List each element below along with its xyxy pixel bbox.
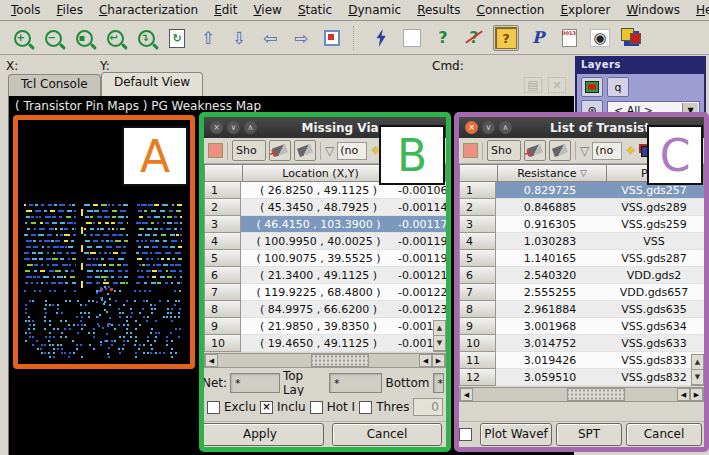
pan-up-icon[interactable]: ⇧ xyxy=(196,26,220,50)
scrollbar-thumb[interactable] xyxy=(567,388,625,401)
menu-results[interactable]: Results xyxy=(410,1,467,19)
scroll-left-icon[interactable]: ◀ xyxy=(460,388,473,401)
menu-explorer[interactable]: Explorer xyxy=(553,1,617,19)
table-row[interactable]: 93.001968VSS.gds634 xyxy=(459,318,704,335)
scroll-down-icon[interactable]: ▼ xyxy=(434,336,445,351)
filter-dropdown[interactable]: (no xyxy=(337,142,367,160)
stop-icon[interactable] xyxy=(208,143,223,158)
shade-icon[interactable]: ∨ xyxy=(482,121,495,134)
table-row[interactable]: 72.555255VDD.gds657 xyxy=(459,284,704,301)
resistance-column-header[interactable]: Resistance ▽ xyxy=(498,164,607,182)
table-row[interactable]: 5( 100.9075 , 39.5525 )-0.00119 xyxy=(204,250,446,267)
scroll-right-icon[interactable]: ▶ xyxy=(690,388,703,401)
active-query-icon[interactable]: ? xyxy=(493,25,519,51)
expand-icon[interactable]: ∧ xyxy=(499,121,512,134)
scroll-up-icon[interactable]: ▲ xyxy=(434,321,445,336)
menu-characterization[interactable]: Characterization xyxy=(92,1,205,19)
scroll-right-icon[interactable]: ▶ xyxy=(432,354,445,367)
menu-files[interactable]: Files xyxy=(50,1,90,19)
zoom-select-icon[interactable]: ↴ xyxy=(134,26,158,50)
pan-down-icon[interactable]: ⇩ xyxy=(227,26,251,50)
filter-funnel-icon[interactable]: ▽ xyxy=(580,144,589,158)
menu-windows[interactable]: Windows xyxy=(619,1,687,19)
table-row[interactable]: 41.030283VSS xyxy=(459,233,704,250)
apply-button[interactable]: Apply xyxy=(199,423,324,446)
show-button[interactable]: Sho xyxy=(487,140,521,161)
tab-default-view[interactable]: Default View xyxy=(101,72,203,96)
layer-query-icon[interactable]: q xyxy=(607,77,629,97)
sort-descending-icon[interactable]: ▽ xyxy=(580,168,587,178)
net-field[interactable]: * xyxy=(230,373,280,393)
table-row[interactable]: 2( 45.3450 , 48.7925 )-0.00114 xyxy=(204,199,446,216)
zoom-in-icon[interactable]: + xyxy=(10,26,34,50)
scroll-left-icon[interactable]: ◀ xyxy=(205,354,218,367)
layer-palette-icon[interactable] xyxy=(619,26,643,50)
scroll-left2-icon[interactable]: ◀ xyxy=(677,388,690,401)
pan-left-icon[interactable]: ⇦ xyxy=(258,26,282,50)
zoom-previous-icon[interactable]: ↩ xyxy=(103,26,127,50)
table-row[interactable]: 7( 119.9225 , 68.4800 )-0.00122 xyxy=(204,284,446,301)
menu-tools[interactable]: Tools xyxy=(4,1,48,19)
table-row[interactable]: 113.019426VSS.gds833 xyxy=(459,352,704,369)
include-checkbox[interactable]: × xyxy=(260,401,273,414)
highlight-clear-icon[interactable] xyxy=(294,140,316,161)
expand-icon[interactable]: ∧ xyxy=(244,121,257,134)
shade-icon[interactable]: ∨ xyxy=(227,121,240,134)
location-column-header[interactable]: Location (X,Y) xyxy=(243,164,399,182)
clear-query-icon[interactable]: ? xyxy=(462,26,486,50)
horizontal-scrollbar[interactable]: ◀ ◀ ▶ xyxy=(459,387,704,402)
query-help-icon[interactable]: ? xyxy=(431,26,455,50)
table-row[interactable]: 62.540320VDD.gds2 xyxy=(459,267,704,284)
table-row[interactable]: 51.140165VSS.gds287 xyxy=(459,250,704,267)
table-row[interactable]: 20.846885VSS.gds289 xyxy=(459,199,704,216)
horizontal-scrollbar[interactable]: ◀ ◀ ▶ xyxy=(204,353,446,368)
menu-edit[interactable]: Edit xyxy=(207,1,244,19)
redraw-view-icon[interactable]: ↻ xyxy=(165,26,189,50)
menu-connection[interactable]: Connection xyxy=(470,1,552,19)
filter-funnel-icon[interactable]: ▽ xyxy=(325,144,334,158)
magic-wand-icon[interactable]: ✦ xyxy=(625,143,636,158)
exclude-checkbox[interactable] xyxy=(207,401,220,414)
voltage-checkbox[interactable] xyxy=(459,428,472,441)
close-icon[interactable]: × xyxy=(210,121,223,134)
threshold-checkbox[interactable] xyxy=(359,401,372,414)
vertical-scrollbar[interactable]: ▲ ▼ xyxy=(691,354,704,386)
vertical-scrollbar[interactable]: ▲ ▼ xyxy=(433,320,446,352)
menu-dynamic[interactable]: Dynamic xyxy=(341,1,408,19)
scroll-up-icon[interactable]: ▲ xyxy=(692,355,703,370)
zoom-fit-icon[interactable]: ▪ xyxy=(72,26,96,50)
script-editor-icon[interactable]: P xyxy=(526,26,550,50)
spt-button[interactable]: SPT xyxy=(556,423,622,446)
console-list-icon[interactable]: ▤ xyxy=(524,77,542,93)
menu-static[interactable]: Static xyxy=(291,1,339,19)
bottom-layer-field[interactable]: * xyxy=(433,373,445,393)
snapshot-camera-icon[interactable]: ◉ xyxy=(588,26,612,50)
zoom-out-icon[interactable]: − xyxy=(41,26,65,50)
table-row[interactable]: 9( 21.9850 , 39.8350 )-0.00124 xyxy=(204,318,446,335)
highlight-clear-icon[interactable] xyxy=(549,140,571,161)
table-row[interactable]: 30.916305VSS.gds259 xyxy=(459,216,704,233)
scroll-down-icon[interactable]: ▼ xyxy=(692,370,703,385)
scrollbar-thumb[interactable] xyxy=(311,354,369,367)
corner-header-cell[interactable] xyxy=(459,164,498,182)
stop-icon[interactable] xyxy=(463,143,478,158)
scroll-left2-icon[interactable]: ◀ xyxy=(419,354,432,367)
table-row[interactable]: 82.961884VSS.gds635 xyxy=(459,301,704,318)
layer-visibility-icon[interactable] xyxy=(581,77,603,97)
table-row[interactable]: 10( 19.4650 , 49.1125 )-0.00128 xyxy=(204,335,446,352)
probe-marker-icon[interactable] xyxy=(320,26,344,50)
filter-dropdown[interactable]: (no xyxy=(592,142,622,160)
netlist-note-icon[interactable]: 0013 xyxy=(557,26,581,50)
top-layer-field[interactable]: * xyxy=(329,373,383,393)
show-button[interactable]: Sho xyxy=(232,140,266,161)
pan-right-icon[interactable]: ⇨ xyxy=(289,26,313,50)
table-row[interactable]: 6( 21.3400 , 49.1125 )-0.00121 xyxy=(204,267,446,284)
hot-checkbox[interactable] xyxy=(310,401,323,414)
menu-view[interactable]: View xyxy=(246,1,288,19)
highlight-add-icon[interactable] xyxy=(524,140,546,161)
corner-header-cell[interactable] xyxy=(204,164,243,182)
table-row[interactable]: 3( 46.4150 , 103.3900 )-0.00117 xyxy=(204,216,446,233)
highlight-add-icon[interactable] xyxy=(269,140,291,161)
blank-swatch-icon[interactable] xyxy=(400,26,424,50)
table-row[interactable]: 4( 100.9950 , 40.0025 )-0.00119 xyxy=(204,233,446,250)
